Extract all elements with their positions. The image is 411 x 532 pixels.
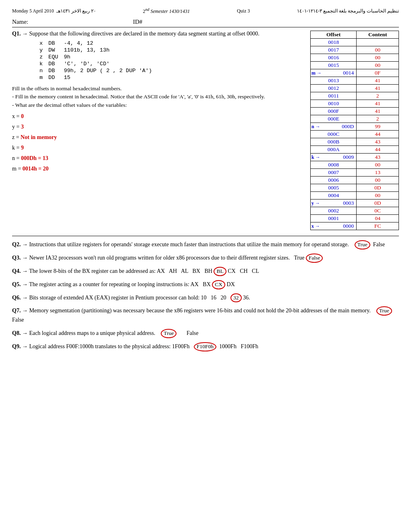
offset-cell: y →0003 [311, 200, 357, 207]
q3-false-circled: False [306, 254, 323, 263]
offset-cell: 0017 [311, 46, 357, 54]
name-id-row: Name: ID# [12, 19, 399, 25]
q6-label: Q6. → [12, 295, 28, 301]
offset-cell: 0004 [311, 192, 357, 200]
memory-row: 000E2 [311, 115, 399, 123]
dir-cmd-k: DB [46, 61, 60, 67]
dir-val-m: 15 [61, 75, 154, 81]
q9-text: Logical address F00F:1000h translates to… [29, 343, 192, 349]
q8-block: Q8. → Each logical address maps to a uni… [12, 329, 399, 338]
content-cell: 0F [357, 69, 399, 77]
dir-var-n: n [37, 68, 45, 74]
memory-row: 000A44 [311, 146, 399, 154]
content-cell: 0C [357, 207, 399, 215]
dir-cmd-y: DW [46, 47, 60, 53]
memory-row: 00112 [311, 92, 399, 100]
name-divider [12, 27, 399, 27]
memory-row: 00020C [311, 207, 399, 215]
q8-text: Each logical address maps to a unique ph… [29, 330, 155, 336]
directive-row: x DB -4, 4, 12 [37, 40, 154, 46]
dir-var-k: k [37, 61, 45, 67]
memory-row: 001241 [311, 85, 399, 92]
memory-row: 001341 [311, 77, 399, 85]
content-cell: 13 [357, 169, 399, 177]
header-left: تنظيم الحاسبات والبرمجة بلغة التجميع ٣-١… [297, 8, 399, 14]
offset-cell: 000B [311, 138, 357, 146]
content-cell: 41 [357, 108, 399, 115]
answer-k: k = 9 [12, 145, 306, 151]
fill-text1: Fill in the offsets in normal hexadecima… [12, 85, 122, 91]
offset-cell: 0005 [311, 184, 357, 192]
q1-arrow: → [21, 31, 28, 37]
dir-val-x: -4, 4, 12 [61, 40, 154, 46]
q3-block: Q3. → Newer IA32 processors won't run ol… [12, 254, 399, 263]
col-offset-header: Offset [311, 31, 357, 39]
memory-row: x →0000FC [311, 222, 399, 230]
q4-label: Q4. → [12, 268, 28, 274]
answer-n: n = 000Dh = 13 [12, 155, 306, 162]
content-cell: FC [357, 222, 399, 230]
q1-block: Q1. → Suppose that the following directi… [12, 31, 306, 37]
directive-row: y DW 1101b, 13, 13h [37, 47, 154, 53]
answer-x-val: 0 [21, 113, 24, 119]
answer-z: z = Not in memory [12, 134, 306, 141]
offset-cell: 0018 [311, 39, 357, 46]
memory-row: m →00140F [311, 69, 399, 77]
offset-cell: k →0009 [311, 154, 357, 161]
answer-m-val: 0014h = 20 [23, 166, 49, 172]
answer-n-val: 000Dh = 13 [21, 155, 48, 161]
memory-row: 001500 [311, 62, 399, 69]
memory-row: 0018 [311, 39, 399, 46]
q3-label: Q3. → [12, 255, 28, 261]
offset-cell: 0006 [311, 177, 357, 184]
q9-rest: 1000Fh F100Fh [218, 343, 258, 349]
offset-cell: 0007 [311, 169, 357, 177]
q1-text: Suppose that the following directives ar… [28, 31, 259, 37]
directive-row: n DB 99h, 2 DUP ( 2 , 2 DUP 'A') [37, 68, 154, 74]
q9-f10f0h-circled: F10F0h [194, 342, 216, 351]
content-cell: 2 [357, 92, 399, 100]
q7-text: Memory segmentation (partitioning) was n… [29, 308, 370, 314]
dir-var-x: x [37, 40, 45, 46]
content-cell: 44 [357, 146, 399, 154]
answer-k-val: 9 [21, 145, 24, 151]
content-cell: 44 [357, 131, 399, 138]
dir-cmd-m: DD [46, 75, 60, 81]
row-arrow-label: k → [311, 154, 322, 160]
q5-label: Q5. → [12, 281, 28, 287]
q7-true-circled: True [376, 306, 392, 316]
header-right: ٢٠ ربيع الاخر ١٤٣١هـ Monday 5 April 2010 [12, 8, 96, 14]
memory-row: y →00030D [311, 200, 399, 207]
content-cell: 00 [357, 54, 399, 62]
dir-var-z: z [37, 54, 45, 60]
answer-m: m = 0014h = 20 [12, 166, 306, 172]
name-label: Name: [12, 19, 28, 25]
row-arrow-label: n → [311, 124, 322, 130]
offset-cell: 000E [311, 115, 357, 123]
memory-table-area: Offset Content 0018001700001600001500m →… [310, 31, 399, 230]
memory-table-header: Offset Content [311, 31, 399, 39]
content-cell: 04 [357, 215, 399, 222]
memory-row: 000104 [311, 215, 399, 222]
dir-cmd-z: EQU [46, 54, 60, 60]
memory-row: 001600 [311, 54, 399, 62]
offset-cell: 0001 [311, 215, 357, 222]
memory-row: 000C44 [311, 131, 399, 138]
answer-z-val: Not in memory [21, 134, 57, 140]
content-cell: 43 [357, 138, 399, 146]
content-cell: 99 [357, 123, 399, 131]
content-cell: 00 [357, 177, 399, 184]
memory-table: Offset Content 0018001700001600001500m →… [310, 31, 399, 230]
offset-cell: 0011 [311, 92, 357, 100]
offset-cell: 0012 [311, 85, 357, 92]
content-cell: 00 [357, 46, 399, 54]
memory-row: 001041 [311, 100, 399, 108]
q8-true-circled: True [161, 329, 176, 338]
dir-cmd-x: DB [46, 40, 60, 46]
offset-cell: 0010 [311, 100, 357, 108]
q5-block: Q5. → The register acting as a counter f… [12, 280, 399, 289]
dir-var-y: y [37, 47, 45, 53]
fill-text3: - What are the decimal offset values of … [12, 102, 127, 108]
offset-cell: 0013 [311, 77, 357, 85]
dir-val-z: 9h [61, 54, 154, 60]
